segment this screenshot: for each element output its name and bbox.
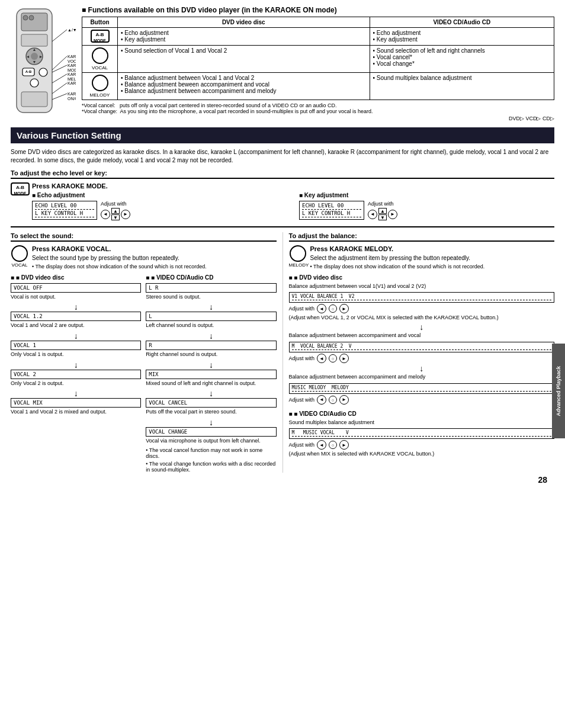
svg-rect-4 — [21, 34, 47, 46]
dvd-balance-arrow2: ↓ — [289, 364, 555, 373]
dvd-opt-2: VOCAL 1.2 — [11, 312, 141, 321]
vcd-arrow-5: ↓ — [146, 418, 276, 426]
dvd-balance-desc3: Balance adjustment between accompaniment… — [289, 374, 555, 381]
dvd-left-2[interactable]: ◄ — [317, 354, 326, 363]
vcd-desc-6: Vocal via microphone is output from left… — [146, 438, 276, 445]
echo-right-btn[interactable]: ► — [121, 210, 130, 219]
dvd-left-1[interactable]: ◄ — [317, 304, 326, 313]
vcd-arrow-2: ↓ — [146, 332, 276, 340]
svg-rect-15 — [21, 92, 47, 107]
echo-key-two-col: ■ Echo adjustment ECHO LEVEL 00 L KEY CO… — [32, 192, 554, 220]
vcd-opt-4: MIX — [146, 370, 276, 379]
dvd-right-1[interactable]: ► — [339, 304, 349, 313]
mode-ab-icon: A-BMODE — [11, 182, 30, 195]
section-title: Various Function Setting — [17, 130, 121, 140]
svg-text:MODE: MODE — [68, 68, 76, 72]
dvd-balance-desc1: Balance adjustment between vocal 1(V1) a… — [289, 283, 555, 290]
press-vocal-label: Press KARAOKE VOCAL. — [32, 245, 277, 252]
section-header: Various Function Setting — [11, 127, 554, 143]
vcd-left[interactable]: ◄ — [317, 440, 326, 450]
arrow-4: ↓ — [11, 389, 141, 397]
melody-button-icon — [92, 75, 108, 91]
vocal-select-desc: Select the sound type by pressing the bu… — [32, 255, 277, 261]
echo-up-btn[interactable]: ▲ — [111, 208, 120, 214]
vcd-desc-4: Mixed sound of left and right channel is… — [146, 380, 276, 387]
adjust-balance-title: To adjust the balance: — [289, 232, 555, 242]
dvd-disc-title: ■ DVD video disc — [11, 274, 141, 281]
dvd-opt-5: VOCAL MIX — [11, 398, 141, 408]
key-title: ■ Key adjustment — [299, 192, 554, 198]
arrow-3: ↓ — [11, 361, 141, 369]
dvd-cell-1: Echo adjustmentKey adjustment — [118, 28, 370, 46]
dvd-balance-adjust1: Adjust with ◄ ○ ► — [289, 304, 555, 313]
vcd-opt-1: L R — [146, 283, 276, 293]
svg-text:ON/OFF: ON/OFF — [68, 97, 76, 101]
echo-down-btn[interactable]: ▼ — [111, 214, 120, 220]
dvd-adjust-label3: Adjust with — [289, 397, 315, 403]
svg-text:KARAOKE: KARAOKE — [68, 54, 76, 59]
key-adjust-label: Adjust with — [368, 201, 397, 207]
melody-note: • The display does not show indication o… — [310, 264, 555, 271]
vcd-opt-3: R — [146, 341, 276, 350]
press-mode-label: Press KARAOKE MODE. — [32, 182, 554, 190]
dvd-right-2[interactable]: ► — [339, 354, 349, 363]
dvd-desc-1: Vocal is not output. — [11, 294, 141, 301]
svg-point-3 — [29, 15, 34, 20]
dvd-left-3[interactable]: ◄ — [317, 395, 326, 405]
echo-adjust-controls: Adjust with ◄ ▲ ▼ ► — [101, 201, 130, 220]
select-sound-title: To select the sound: — [11, 232, 277, 242]
dvd-desc-5: Vocal 1 and Vocal 2 is mixed and output. — [11, 409, 141, 416]
key-display: ECHO LEVEL 00 L KEY CONTROL H — [299, 201, 364, 220]
col-header-dvd: DVD video disc — [118, 17, 370, 28]
svg-point-13 — [39, 68, 47, 76]
dvd-disc-col: ■ DVD video disc VOCAL OFF Vocal is not … — [11, 274, 141, 473]
dvd-center-3: ○ — [329, 396, 337, 404]
dvd-opt-3: VOCAL 1 — [11, 341, 141, 350]
key-left-btn[interactable]: ◄ — [368, 210, 377, 219]
melody-icon-row: MELODY Press KARAOKE MELODY. Select the … — [289, 245, 555, 271]
vcd-opt-6: VOCAL CHANGE — [146, 427, 276, 437]
svg-line-20 — [52, 83, 67, 94]
col-header-vcd: VIDEO CD/Audio CD — [370, 17, 554, 28]
footnote-1: *Vocal cancel: puts off only a vocal par… — [82, 102, 554, 108]
echo-line1: ECHO LEVEL 00 — [35, 203, 94, 209]
vcd-right[interactable]: ► — [339, 440, 349, 450]
melody-circle-icon — [290, 245, 306, 262]
key-screen: ECHO LEVEL 00 L KEY CONTROL H — [299, 201, 364, 220]
svg-line-17 — [52, 56, 67, 70]
dvd-balance-title: ■ DVD video disc — [289, 274, 555, 281]
echo-dash1 — [35, 209, 94, 210]
vcd-center: ○ — [329, 441, 337, 449]
vocal-note: • The display does not show indication o… — [32, 264, 277, 271]
vcd-arrow-4: ↓ — [146, 389, 276, 397]
table-row: A-BMODE Echo adjustmentKey adjustment Ec… — [82, 28, 554, 46]
dvd-center-1: ○ — [329, 304, 337, 313]
col-header-button: Button — [82, 17, 118, 28]
key-right-btn[interactable]: ► — [388, 210, 397, 219]
key-adjust-box: ECHO LEVEL 00 L KEY CONTROL H Adjust wit… — [299, 201, 554, 220]
key-up-btn[interactable]: ▲ — [378, 208, 387, 214]
echo-key-detail: Press KARAOKE MODE. ■ Echo adjustment EC… — [32, 182, 554, 220]
vcd-arrow-3: ↓ — [146, 361, 276, 369]
table-row: VOCAL Sound selection of Vocal 1 and Voc… — [82, 46, 554, 73]
vcd-balance-section: ■ VIDEO CD/Audio CD Sound multiplex bala… — [289, 410, 555, 457]
svg-text:MELODY: MELODY — [68, 77, 76, 81]
key-down-btn[interactable]: ▼ — [378, 214, 387, 220]
svg-point-6 — [31, 53, 38, 60]
svg-text:KARAOKE: KARAOKE — [68, 92, 76, 96]
vocal-detail: Press KARAOKE VOCAL. Select the sound ty… — [32, 245, 277, 271]
dvd-balance-display1: V1 VOCAL BALANCE 1 V2 — [289, 292, 555, 303]
vocal-button-icon — [92, 47, 108, 64]
vcd-balance-display: M MUSIC VOCAL V — [289, 428, 555, 439]
functions-table: Button DVD video disc VIDEO CD/Audio CD … — [82, 17, 554, 100]
svg-line-16 — [52, 30, 67, 41]
dvd-cell-2: Sound selection of Vocal 1 and Vocal 2 — [118, 46, 370, 73]
dvd-balance-display3: MUSIC MELODY MELODY — [289, 383, 555, 394]
dvd-balance-adjust2: Adjust with ◄ ○ ► — [289, 354, 555, 363]
functions-title: Functions available on this DVD video pl… — [82, 6, 554, 14]
svg-text:KARAOKE: KARAOKE — [68, 81, 76, 85]
echo-left-btn[interactable]: ◄ — [101, 210, 110, 219]
dvd-desc-2: Vocal 1 and Vocal 2 are output. — [11, 322, 141, 329]
vcd-balance-note: (Adjust when MIX is selected with KARAOK… — [289, 451, 555, 457]
dvd-right-3[interactable]: ► — [339, 395, 349, 405]
